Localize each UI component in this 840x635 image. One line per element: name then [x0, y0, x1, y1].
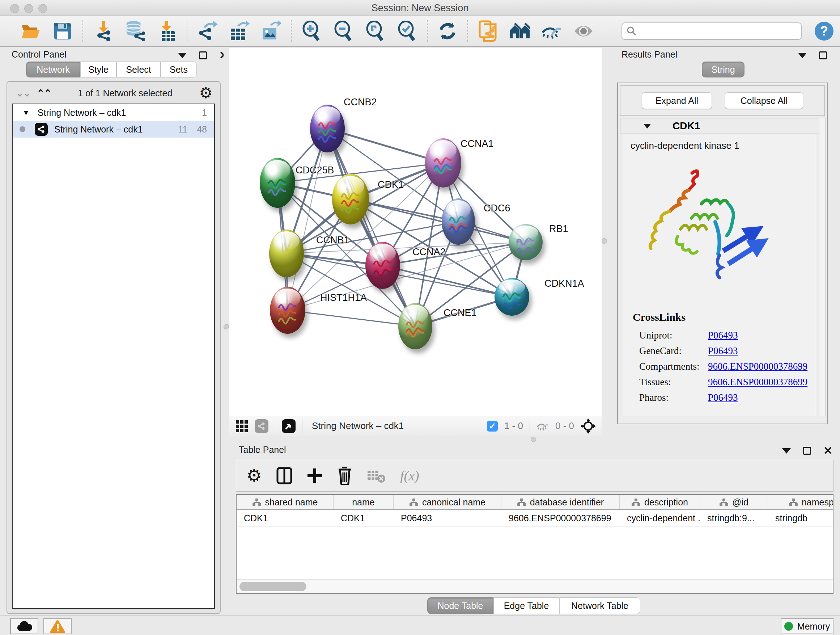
export-image-icon[interactable]	[261, 21, 281, 42]
results-panel-menu-icon[interactable]	[798, 53, 807, 58]
crosslink-link[interactable]: P06493	[708, 392, 738, 403]
add-column-icon[interactable]	[307, 468, 323, 484]
network-node-HIST1H1A[interactable]	[270, 287, 305, 334]
network-node-RB1[interactable]	[508, 224, 543, 260]
network-node-CCNE1[interactable]	[398, 303, 432, 349]
crosslinks-title: CrossLinks	[633, 311, 685, 323]
table-cell[interactable]: P06493	[393, 510, 501, 526]
tab-network-table[interactable]: Network Table	[559, 597, 640, 614]
export-network-icon[interactable]	[197, 21, 218, 42]
table-cell[interactable]: 9606.ENSP00000378699	[501, 510, 620, 526]
refresh-view-icon[interactable]	[437, 21, 458, 42]
network-node-CCNB2[interactable]	[310, 105, 345, 152]
delete-column-icon[interactable]	[337, 467, 352, 485]
node-label-CDC25B: CDC25B	[295, 165, 334, 176]
export-table-icon[interactable]	[229, 21, 249, 42]
table-horizontal-scrollbar[interactable]	[237, 579, 833, 593]
gene-collapse-icon[interactable]	[644, 124, 651, 128]
control-panel-menu-icon[interactable]	[178, 53, 187, 58]
delete-table-icon[interactable]	[367, 469, 386, 483]
results-panel-float-icon[interactable]	[819, 51, 827, 59]
table-cell[interactable]: cyclin-dependent ...	[620, 510, 700, 526]
zoom-selected-icon[interactable]	[396, 21, 417, 42]
import-network-database-icon[interactable]	[125, 21, 145, 42]
import-table-icon[interactable]: ,	[156, 21, 177, 42]
network-node-CDC25B[interactable]	[260, 158, 295, 208]
zoom-in-icon[interactable]	[301, 21, 322, 42]
collection-expand-icon[interactable]: ▼	[22, 109, 30, 117]
results-scrollbar[interactable]	[819, 118, 826, 416]
open-session-icon[interactable]	[20, 21, 41, 42]
tab-network[interactable]: Network	[26, 62, 80, 78]
column-header-canonical-name[interactable]: canonical name	[393, 495, 501, 509]
network-view-type-icon[interactable]	[255, 419, 268, 433]
memory-button[interactable]: Memory	[781, 618, 834, 634]
network-list: ▼ String Network – cdk1 1 String Network…	[12, 103, 215, 609]
show-columns-icon[interactable]	[276, 467, 292, 485]
network-node-CCNA1[interactable]	[425, 138, 461, 187]
crosslink-link[interactable]: 9606.ENSP00000378699	[708, 361, 807, 372]
control-network-splitter[interactable]	[224, 47, 229, 616]
birds-eye-view-icon[interactable]	[282, 419, 295, 433]
network-row-selected[interactable]: String Network – cdk1 11 48	[13, 121, 214, 138]
column-header-shared-name[interactable]: shared name	[237, 495, 333, 509]
network-options-gear-icon[interactable]: ⚙	[199, 86, 213, 100]
table-cell[interactable]: CDK1	[333, 510, 393, 526]
table-cell[interactable]: CDK1	[237, 510, 333, 526]
table-panel-menu-icon[interactable]	[782, 448, 791, 454]
collapse-all-button[interactable]: Collapse All	[725, 92, 803, 109]
expand-all-networks-icon[interactable]: ⌃⌃	[37, 88, 51, 99]
network-node-CDC6[interactable]	[442, 198, 475, 245]
tab-edge-table[interactable]: Edge Table	[493, 597, 559, 614]
network-node-CDK1[interactable]	[332, 174, 369, 225]
warning-status-button[interactable]	[43, 618, 72, 634]
function-builder-button[interactable]: f(x)	[400, 468, 419, 484]
clone-network-icon[interactable]	[477, 21, 499, 42]
table-options-gear-icon[interactable]: ⚙	[246, 469, 262, 483]
table-row[interactable]: CDK1CDK1P064939606.ENSP00000378699cyclin…	[237, 510, 833, 527]
crosslink-link[interactable]: P06493	[708, 330, 738, 341]
gene-section-header[interactable]: CDK1	[620, 118, 825, 134]
column-header--id[interactable]: @id	[700, 495, 768, 509]
column-header-namespace[interactable]: namespace	[768, 495, 834, 509]
selected-checkbox-icon[interactable]: ✓	[487, 421, 498, 432]
tab-style[interactable]: Style	[80, 62, 117, 78]
import-network-icon[interactable]	[93, 21, 114, 42]
zoom-fit-icon[interactable]	[365, 21, 386, 42]
tab-select[interactable]: Select	[117, 62, 161, 78]
crosslink-link[interactable]: P06493	[708, 345, 738, 356]
collapse-all-networks-icon[interactable]: ⌄⌄	[16, 88, 30, 99]
table-panel-close-icon[interactable]: ✕	[823, 447, 832, 455]
column-header-database-identifier[interactable]: database identifier	[501, 495, 620, 509]
crosslink-link[interactable]: 9606.ENSP00000378699	[708, 377, 807, 388]
column-header-description[interactable]: description	[620, 495, 700, 509]
help-icon[interactable]: ?	[815, 22, 834, 41]
search-input[interactable]	[622, 22, 802, 40]
show-all-icon[interactable]	[573, 21, 594, 42]
cloud-status-button[interactable]	[10, 618, 38, 634]
network-node-CCNA2[interactable]	[365, 242, 400, 289]
tab-string[interactable]: String	[702, 62, 745, 78]
save-session-icon[interactable]	[52, 21, 73, 42]
tab-sets[interactable]: Sets	[161, 62, 197, 78]
table-cell[interactable]: stringdb:9...	[700, 510, 768, 526]
network-node-CCNB1[interactable]	[269, 230, 304, 277]
pan-crosshair-icon[interactable]	[581, 418, 596, 434]
network-node-count: 11	[178, 124, 187, 135]
network-collection-row[interactable]: ▼ String Network – cdk1 1	[13, 104, 214, 121]
grid-view-icon[interactable]	[235, 420, 248, 432]
zoom-out-icon[interactable]	[333, 21, 354, 42]
table-panel-float-icon[interactable]	[803, 447, 811, 455]
column-header-name[interactable]: name	[333, 495, 393, 509]
hide-selected-icon[interactable]	[541, 21, 562, 42]
network-canvas[interactable]: CCNB2CCNA1CDC25BCDK1CDC6RB1CCNB1CCNA2CDK…	[229, 48, 602, 416]
tab-node-table[interactable]: Node Table	[427, 597, 493, 614]
first-neighbors-icon[interactable]	[509, 21, 531, 42]
network-node-CDKN1A[interactable]	[494, 278, 529, 316]
expand-all-button[interactable]: Expand All	[642, 92, 712, 109]
network-name: String Network – cdk1	[54, 124, 143, 135]
control-panel-float-icon[interactable]	[199, 51, 207, 59]
table-cell[interactable]: stringdb	[768, 510, 834, 526]
node-label-CDKN1A: CDKN1A	[545, 278, 584, 289]
network-table-splitter-handle[interactable]	[531, 437, 536, 442]
